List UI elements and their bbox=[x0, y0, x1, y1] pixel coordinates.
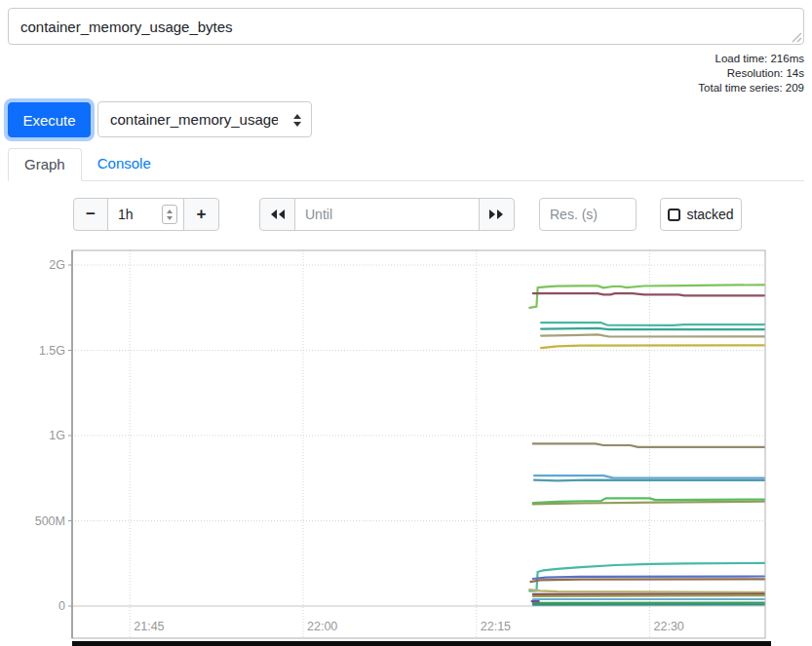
series-line bbox=[541, 323, 764, 325]
until-input[interactable] bbox=[294, 198, 480, 231]
y-tick-label: 500M bbox=[35, 514, 65, 528]
series-line bbox=[533, 595, 764, 596]
graph-canvas: 21:4522:0022:1522:302G1.5G1G500M0 bbox=[0, 0, 812, 646]
y-tick-label: 0 bbox=[58, 599, 65, 613]
series-line bbox=[534, 480, 764, 481]
fast-forward-icon bbox=[488, 209, 505, 220]
until-input-group bbox=[259, 198, 515, 231]
time-backward-button[interactable] bbox=[259, 198, 295, 231]
range-increase-button[interactable]: + bbox=[183, 198, 219, 231]
total-time-series: Total time series: 209 bbox=[698, 81, 804, 95]
metric-dropdown-value: container_memory_usage bbox=[110, 111, 278, 128]
series-line bbox=[529, 285, 764, 308]
load-time: Load time: 216ms bbox=[698, 52, 804, 66]
range-decrease-button[interactable]: − bbox=[73, 198, 108, 231]
bottom-scrollbar[interactable] bbox=[72, 641, 771, 646]
tab-bar: Graph Console bbox=[8, 148, 804, 181]
series-line bbox=[533, 293, 764, 295]
resolution: Resolution: 14s bbox=[698, 66, 804, 81]
x-tick-label: 22:00 bbox=[307, 620, 337, 633]
series-line bbox=[529, 589, 764, 592]
x-tick-label: 22:15 bbox=[481, 620, 511, 633]
stacked-checkbox[interactable] bbox=[668, 209, 680, 221]
tab-graph[interactable]: Graph bbox=[8, 148, 82, 181]
series-line bbox=[533, 502, 764, 505]
number-spinner-icon[interactable] bbox=[162, 205, 177, 224]
series-line bbox=[530, 579, 763, 582]
stacked-label: stacked bbox=[686, 207, 733, 222]
resolution-input[interactable] bbox=[539, 198, 637, 231]
series-line bbox=[541, 328, 764, 329]
execute-button[interactable]: Execute bbox=[8, 102, 91, 137]
x-tick-label: 22:30 bbox=[654, 620, 684, 633]
tab-console[interactable]: Console bbox=[82, 147, 167, 180]
rewind-icon bbox=[269, 209, 286, 220]
y-tick-label: 1.5G bbox=[39, 344, 65, 358]
series-line bbox=[533, 498, 764, 503]
series-line bbox=[534, 475, 764, 478]
x-tick-label: 21:45 bbox=[134, 620, 164, 633]
series-line bbox=[529, 563, 764, 591]
metric-dropdown[interactable]: container_memory_usage bbox=[97, 101, 312, 137]
query-input[interactable] bbox=[8, 8, 804, 45]
series-line bbox=[541, 334, 764, 336]
series-line bbox=[533, 443, 764, 447]
stacked-toggle-button[interactable]: stacked bbox=[660, 198, 742, 231]
select-updown-icon bbox=[292, 113, 302, 128]
series-line bbox=[541, 345, 764, 348]
range-input-group: − + bbox=[73, 198, 219, 231]
query-stats: Load time: 216ms Resolution: 14s Total t… bbox=[698, 52, 804, 95]
series-line bbox=[533, 577, 764, 580]
time-forward-button[interactable] bbox=[479, 198, 515, 231]
y-tick-label: 1G bbox=[49, 429, 65, 442]
prometheus-expression-browser: Load time: 216ms Resolution: 14s Total t… bbox=[0, 0, 812, 646]
y-tick-label: 2G bbox=[49, 258, 65, 272]
